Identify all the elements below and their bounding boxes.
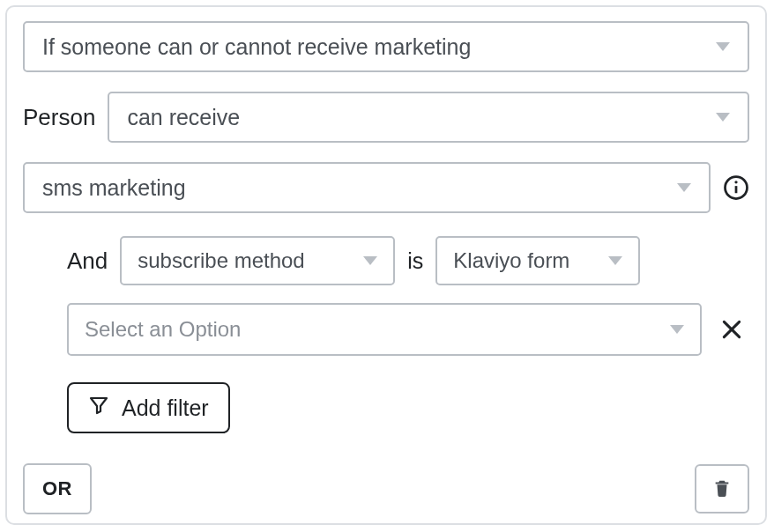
option-row: Select an Option xyxy=(67,303,749,356)
channel-row: sms marketing xyxy=(23,162,749,213)
condition-type-value: If someone can or cannot receive marketi… xyxy=(42,34,471,60)
value-select[interactable]: Klaviyo form xyxy=(435,236,640,285)
trash-icon xyxy=(712,477,732,501)
attribute-row: And subscribe method is Klaviyo form xyxy=(67,236,749,285)
filter-icon xyxy=(88,395,109,421)
add-filter-button[interactable]: Add filter xyxy=(67,382,230,433)
ability-value: can receive xyxy=(127,105,240,130)
person-label: Person xyxy=(23,104,95,131)
person-ability-row: Person can receive xyxy=(23,92,749,143)
and-label: And xyxy=(67,248,108,275)
option-placeholder: Select an Option xyxy=(85,317,241,342)
info-icon[interactable] xyxy=(723,174,749,201)
chevron-down-icon xyxy=(677,183,691,192)
value-select-value: Klaviyo form xyxy=(453,248,569,273)
condition-footer: OR xyxy=(23,463,749,514)
delete-condition-button[interactable] xyxy=(695,464,749,514)
chevron-down-icon xyxy=(608,256,622,265)
chevron-down-icon xyxy=(716,42,730,51)
or-button[interactable]: OR xyxy=(23,463,92,514)
condition-type-select[interactable]: If someone can or cannot receive marketi… xyxy=(23,21,749,72)
option-select[interactable]: Select an Option xyxy=(67,303,702,356)
remove-filter-button[interactable] xyxy=(714,312,749,347)
chevron-down-icon xyxy=(670,325,684,334)
segment-condition-panel: If someone can or cannot receive marketi… xyxy=(5,5,767,525)
condition-type-row: If someone can or cannot receive marketi… xyxy=(23,21,749,72)
attribute-select[interactable]: subscribe method xyxy=(120,236,395,285)
attribute-value: subscribe method xyxy=(138,248,304,273)
chevron-down-icon xyxy=(716,113,730,122)
chevron-down-icon xyxy=(363,256,377,265)
ability-select[interactable]: can receive xyxy=(108,92,749,143)
svg-point-2 xyxy=(734,181,737,183)
channel-value: sms marketing xyxy=(42,175,186,201)
channel-select[interactable]: sms marketing xyxy=(23,162,711,213)
sub-filter-block: And subscribe method is Klaviyo form Sel… xyxy=(67,236,749,433)
add-filter-label: Add filter xyxy=(122,395,209,421)
operator-label: is xyxy=(407,248,423,274)
or-label: OR xyxy=(42,477,72,499)
